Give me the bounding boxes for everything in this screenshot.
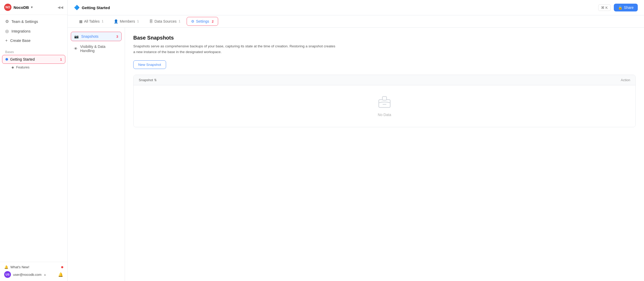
main-content: 🔷 Getting Started ⌘ K 🔒 Share ▦ All Tabl… (68, 0, 644, 281)
panel-title: Base Snapshots (133, 35, 636, 41)
app-logo[interactable]: NO NocoDB ▾ (4, 4, 33, 11)
page-title: 🔷 Getting Started (74, 5, 110, 10)
avatar: US (4, 271, 11, 278)
settings-nav-label: Snapshots (81, 34, 98, 39)
tab-badge-red: 2 (212, 20, 214, 23)
integrations-icon: ◎ (5, 29, 9, 34)
tabs-row: ▦ All Tables 1 👤 Members 1 🗄 Data Source… (68, 15, 644, 28)
gear-icon: ⚙ (5, 19, 9, 24)
base-badge: 1 (60, 58, 62, 61)
notification-dot (61, 266, 63, 268)
tab-count: 1 (102, 20, 104, 23)
whats-new-item[interactable]: 🔔 What's New! (4, 265, 63, 269)
sidebar-item-label: Features (16, 65, 29, 69)
sidebar-item-team-settings[interactable]: ⚙ Team & Settings (2, 17, 65, 26)
action-col-label: Action (621, 78, 630, 82)
sidebar: NO NocoDB ▾ ◀◀ ⚙ Team & Settings ◎ Integ… (0, 0, 68, 281)
table-body: No Data (134, 85, 635, 127)
svg-rect-0 (379, 100, 390, 107)
chevron-up-icon: ▲ (43, 273, 46, 276)
whats-new-label: What's New! (10, 265, 29, 269)
page-title-text: Getting Started (82, 5, 110, 10)
sidebar-item-getting-started[interactable]: Getting Started 1 (2, 55, 65, 64)
chevron-down-icon[interactable]: ▾ (31, 5, 33, 9)
plus-icon: + (5, 38, 8, 43)
base-name: Getting Started (10, 57, 35, 61)
bases-label: Bases (0, 47, 67, 55)
kbd-text: ⌘ K (601, 6, 608, 10)
data-sources-icon: 🗄 (149, 19, 153, 23)
sidebar-item-features[interactable]: ◈ Features (2, 64, 65, 71)
snapshot-column-header[interactable]: Snapshot ⇅ (139, 78, 157, 82)
no-data-icon (378, 95, 391, 110)
table-icon: ▦ (79, 19, 83, 23)
share-label: Share (624, 5, 634, 10)
base-item-left: Getting Started (5, 57, 35, 61)
topbar: 🔷 Getting Started ⌘ K 🔒 Share (68, 0, 644, 15)
tab-label: Settings (196, 19, 209, 23)
settings-nav-item-snapshots[interactable]: 📷 Snapshots 3 (71, 32, 122, 41)
eye-icon: 👁 (74, 47, 78, 51)
keyboard-shortcut: ⌘ K (598, 4, 610, 11)
tab-label: All Tables (84, 19, 100, 23)
logo-icon: NO (4, 4, 11, 11)
tab-data-sources[interactable]: 🗄 Data Sources 1 (144, 16, 186, 28)
whats-new-left: 🔔 What's New! (4, 265, 29, 269)
camera-icon: 📷 (74, 34, 79, 39)
sidebar-item-integrations[interactable]: ◎ Integrations (2, 27, 65, 36)
sidebar-footer: 🔔 What's New! US user@nocodb.com ▲ 🔔 (0, 262, 67, 281)
settings-icon: ⚙ (191, 19, 194, 23)
settings-body: 📷 Snapshots 3 👁 Visibility & Data Handli… (68, 28, 644, 281)
sidebar-item-create-base[interactable]: + Create Base (2, 36, 65, 45)
panel-description: Snapshots serve as comprehensive backups… (133, 43, 336, 55)
svg-rect-1 (382, 97, 387, 100)
tab-count: 1 (137, 20, 139, 23)
snapshot-col-label: Snapshot (139, 78, 153, 82)
snapshots-table: Snapshot ⇅ Action No Data (133, 75, 636, 127)
sidebar-item-label: Create Base (10, 39, 30, 43)
settings-panel: Base Snapshots Snapshots serve as compre… (125, 28, 644, 281)
share-button[interactable]: 🔒 Share (614, 4, 638, 11)
sidebar-item-label: Team & Settings (11, 20, 38, 24)
tab-label: Data Sources (154, 19, 176, 23)
table-header: Snapshot ⇅ Action (134, 75, 635, 85)
members-icon: 👤 (114, 19, 118, 23)
app-name: NocoDB (14, 5, 29, 10)
collapse-sidebar-icon[interactable]: ◀◀ (58, 5, 63, 9)
features-icon: ◈ (11, 65, 14, 69)
sidebar-nav: ⚙ Team & Settings ◎ Integrations + Creat… (0, 15, 67, 47)
snapshots-badge: 3 (116, 35, 118, 39)
new-snapshot-button[interactable]: New Snapshot (133, 60, 166, 69)
tab-label: Members (120, 19, 135, 23)
settings-nav-item-visibility[interactable]: 👁 Visibility & Data Handling (71, 42, 122, 55)
tab-members[interactable]: 👤 Members 1 (109, 16, 144, 28)
tab-all-tables[interactable]: ▦ All Tables 1 (74, 16, 109, 28)
settings-nav: 📷 Snapshots 3 👁 Visibility & Data Handli… (68, 28, 125, 281)
topbar-actions: ⌘ K 🔒 Share (598, 4, 638, 11)
bell-icon: 🔔 (4, 265, 8, 269)
settings-nav-label: Visibility & Data Handling (80, 44, 118, 53)
getting-started-icon: 🔷 (74, 5, 80, 10)
lock-icon: 🔒 (618, 5, 622, 10)
user-email: user@nocodb.com (13, 273, 41, 277)
base-dot-icon (5, 58, 8, 61)
user-profile-left: US user@nocodb.com ▲ (4, 271, 46, 278)
sidebar-item-label: Integrations (11, 29, 30, 33)
user-profile-item[interactable]: US user@nocodb.com ▲ 🔔 (4, 271, 63, 278)
sidebar-header: NO NocoDB ▾ ◀◀ (0, 0, 67, 15)
no-data-label: No Data (378, 113, 391, 117)
tab-settings[interactable]: ⚙ Settings 2 (187, 17, 218, 26)
tab-count: 1 (179, 20, 180, 23)
notification-bell-icon[interactable]: 🔔 (58, 272, 63, 277)
sort-icon: ⇅ (154, 78, 157, 82)
